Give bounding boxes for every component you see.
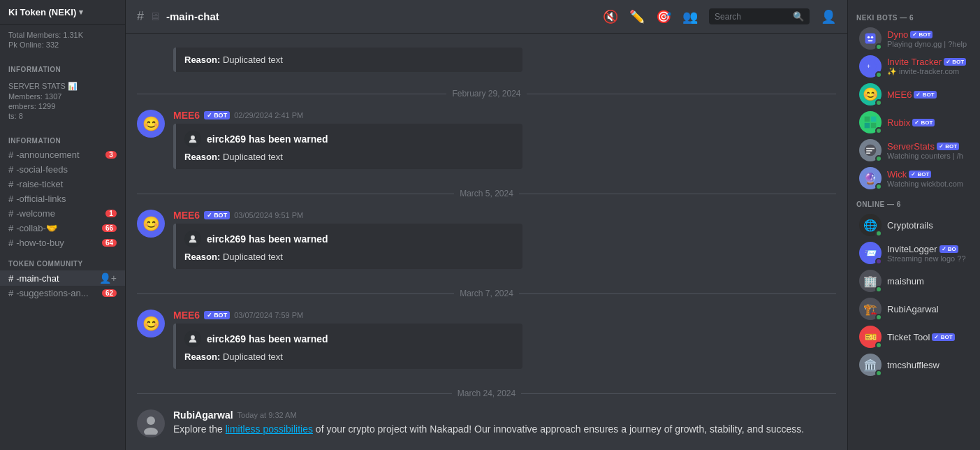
avatar-invite-tracker: + <box>859 55 882 78</box>
avatar-mee6-3: 😊 <box>137 310 165 338</box>
svg-rect-13 <box>871 117 877 122</box>
status-dot-rubi <box>875 314 882 321</box>
messages-area: Reason: Duplicated text February 29, 202… <box>126 34 847 450</box>
channel-how-to-buy[interactable]: #-how-to-buy 64 <box>0 235 125 250</box>
server-stats-label: SERVER STATS 📊 <box>8 82 117 91</box>
section-server-stats: INFORMATION <box>0 56 125 76</box>
search-box[interactable]: Search 🔍 <box>709 8 810 24</box>
channel-suggestions[interactable]: #-suggestions-an... 62 <box>0 286 125 300</box>
bot-badge-mee6: ✓ BOT <box>914 91 936 99</box>
avatar-rubiagarwal: 🏗️ <box>859 298 882 320</box>
member-maishum[interactable]: 🏢 maishum <box>851 267 977 295</box>
channel-announcement[interactable]: #-announcement 3 <box>0 147 125 162</box>
cryptotrails-info: Cryptotrails <box>887 220 969 231</box>
svg-point-1 <box>191 235 195 240</box>
member-wick[interactable]: 🔮 Wick ✓ BOT Watching wickbot.com <box>851 164 977 192</box>
add-member-icon: 👤+ <box>99 273 117 284</box>
bot-badge-invite: ✓ BOT <box>944 58 966 66</box>
message-content-3: MEE6 ✓ BOT 03/07/2024 7:59 PM eirck269 h… <box>173 310 836 369</box>
member-invite-tracker[interactable]: + Invite Tracker ✓ BOT ✨ invite-tracker.… <box>851 52 977 80</box>
bots-section-header: NEKI BOTS — 6 <box>848 6 980 24</box>
token-community-section: TOKEN COMMUNITY <box>0 250 125 270</box>
bot-badge-wick: ✓ BOT <box>909 170 931 178</box>
hash-icon: # <box>8 288 13 298</box>
main-chat: # 🖥 -main-chat 🔇 ✏️ 🎯 👥 Search 🔍 👤 Reaso… <box>126 0 847 450</box>
channel-social-feeds[interactable]: #-social-feeds <box>0 162 125 177</box>
status-dot-maishum <box>875 286 882 293</box>
dyno-status: Playing dyno.gg | ?help <box>887 40 969 48</box>
server-header[interactable]: Ki Token (NEKI) ▾ <box>0 0 125 25</box>
warn-embed-2: eirck269 has been warned Reason: Duplica… <box>173 224 522 269</box>
member-ticket-tool[interactable]: 🎫 Ticket Tool ✓ BOT <box>851 323 977 351</box>
member-dyno[interactable]: Dyno ✓ BOT Playing dyno.gg | ?help <box>851 24 977 52</box>
username-mee6-3: MEE6 <box>173 310 200 321</box>
badge-how-to-buy: 64 <box>102 239 117 247</box>
user-profile-icon[interactable]: 👤 <box>821 9 836 24</box>
tmcshufflesw-name: tmcshufflesw <box>887 360 969 370</box>
avatar-wick: 🔮 <box>859 167 882 189</box>
svg-point-2 <box>191 335 195 340</box>
channel-collab[interactable]: #-collab-🤝 66 <box>0 221 125 235</box>
message-group-4: RubiAgarwal Today at 9:32 AM Explore the… <box>137 409 836 437</box>
member-serverstats[interactable]: ServerStats ✓ BOT Watching counters | /h <box>851 136 977 164</box>
mute-icon[interactable]: 🔇 <box>603 9 618 24</box>
members-icon[interactable]: 👥 <box>682 9 698 24</box>
target-icon[interactable]: 🎯 <box>656 9 671 24</box>
channel-raise-ticket[interactable]: #-raise-ticket <box>0 177 125 191</box>
server-stats-detail: SERVER STATS 📊 Members: 1307 embers: 129… <box>0 76 125 127</box>
warn-target-avatar-1 <box>184 131 201 147</box>
member-rubix[interactable]: Rubix ✓ BOT <box>851 108 977 136</box>
svg-point-0 <box>191 136 195 140</box>
member-mee6-right[interactable]: 😊 MEE6 ✓ BOT <box>851 80 977 108</box>
warn-title-2: eirck269 has been warned <box>207 233 328 245</box>
bot-badge-ticket: ✓ BOT <box>932 333 954 341</box>
invite-tracker-name: Invite Tracker ✓ BOT <box>887 57 969 67</box>
channel-official-links[interactable]: #-official-links <box>0 191 125 206</box>
invitelogger-status: Streaming new logo ?? <box>887 254 969 263</box>
channel-main-chat[interactable]: #-main-chat 👤+ <box>0 270 125 286</box>
member-rubiagarwal[interactable]: 🏗️ RubiAgarwal <box>851 295 977 323</box>
status-dot-dyno <box>875 43 882 50</box>
server-name: Ki Token (NEKI) ▾ <box>8 7 117 17</box>
member-cryptotrails[interactable]: 🌐 Cryptotrails <box>851 211 977 239</box>
desktop-icon: 🖥 <box>149 10 161 23</box>
bot-badge-ss: ✓ BOT <box>937 143 959 150</box>
warn-target-avatar-2 <box>184 231 201 247</box>
cryptotrails-name: Cryptotrails <box>887 220 969 231</box>
warn-title-1: eirck269 has been warned <box>207 133 328 145</box>
date-divider-feb29: February 29, 2024 <box>137 89 836 99</box>
server-name-text: Ki Token (NEKI) <box>8 7 76 17</box>
message-header-2: MEE6 ✓ BOT 03/05/2024 9:51 PM <box>173 210 836 221</box>
ts-count: ts: 8 <box>8 112 117 120</box>
member-tmcshufflesw[interactable]: 🏛️ tmcshufflesw <box>851 351 977 379</box>
warn-reason-1: Reason: Duplicated text <box>184 152 514 162</box>
timestamp-1: 02/29/2024 2:41 PM <box>234 111 303 119</box>
maishum-info: maishum <box>887 276 969 286</box>
member-invitelogger[interactable]: 📨 InviteLogger ✓ BO Streaming new logo ?… <box>851 239 977 267</box>
channel-title: -main-chat <box>166 10 219 22</box>
invite-tracker-info: Invite Tracker ✓ BOT ✨ invite-tracker.co… <box>887 57 969 76</box>
svg-rect-6 <box>865 34 876 44</box>
edit-icon[interactable]: ✏️ <box>629 9 645 24</box>
svg-rect-12 <box>865 117 870 122</box>
bot-badge-rubix: ✓ BOT <box>912 119 935 126</box>
avatar-serverstats <box>859 139 882 161</box>
message-content-4: RubiAgarwal Today at 9:32 AM Explore the… <box>173 409 836 437</box>
avatar-cryptotrails: 🌐 <box>859 214 882 236</box>
promo-message: Explore the limitless possibilities of y… <box>173 422 836 437</box>
status-dot-wick <box>875 183 882 190</box>
channel-welcome[interactable]: #-welcome 1 <box>0 206 125 221</box>
status-dot-ticket <box>875 342 882 349</box>
avatar-mee6-right: 😊 <box>859 83 882 106</box>
search-placeholder: Search <box>715 12 741 22</box>
peak-online: Pk Online: 332 <box>8 41 117 49</box>
hash-icon: # <box>8 223 13 233</box>
chevron-down-icon: ▾ <box>79 8 83 17</box>
maishum-name: maishum <box>887 276 969 286</box>
username-mee6-1: MEE6 <box>173 110 200 121</box>
badge-collab: 66 <box>102 224 117 232</box>
warn-user-row-2: eirck269 has been warned <box>184 231 514 247</box>
status-dot-crypto <box>875 230 882 237</box>
status-dot-tmc <box>875 370 882 377</box>
rubiagarwal-info: RubiAgarwal <box>887 304 969 314</box>
